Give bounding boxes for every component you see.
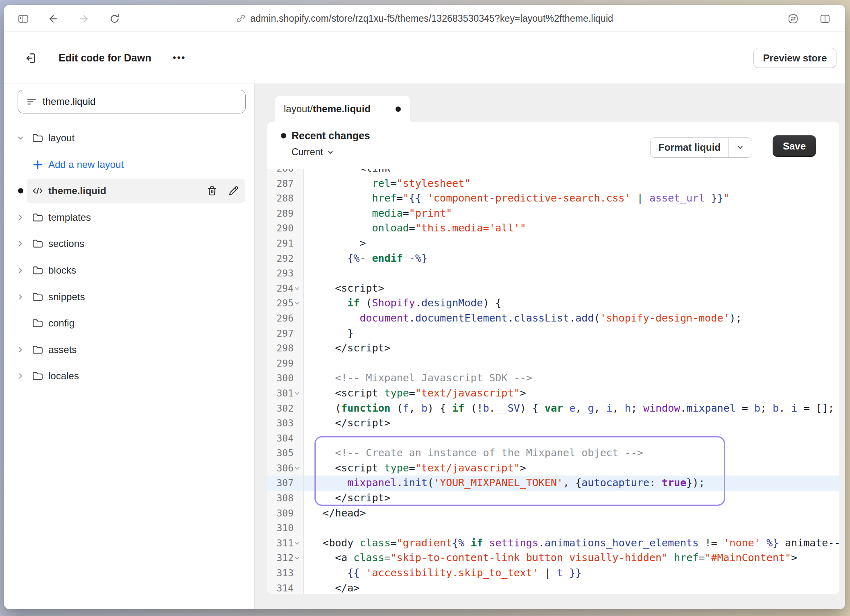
sidebar-toggle-icon[interactable] xyxy=(18,14,29,24)
code-text[interactable]: {%- endif -%} xyxy=(304,251,839,266)
sidebar-item-templates[interactable]: templates xyxy=(4,206,254,229)
code-text[interactable]: rel="stylesheet" xyxy=(304,176,839,191)
code-line-306[interactable]: 306 <script type="text/javascript"> xyxy=(267,461,839,476)
code-editor[interactable]: 286 <link287 rel="stylesheet"288 href="{… xyxy=(267,169,839,594)
code-line-307[interactable]: 307 mixpanel.init('YOUR_MIXPANEL_TOKEN',… xyxy=(267,476,839,491)
code-line-313[interactable]: 313 {{ 'accessibility.skip_to_text' | t … xyxy=(267,566,839,581)
code-text[interactable]: document.documentElement.classList.add('… xyxy=(304,311,839,326)
code-line-294[interactable]: 294 <script> xyxy=(267,281,839,296)
split-view-icon[interactable] xyxy=(820,14,830,24)
sidebar-item-sections[interactable]: sections xyxy=(4,232,254,256)
sidebar-item-config[interactable]: config xyxy=(4,311,254,335)
code-line-289[interactable]: 289 media="print" xyxy=(267,206,839,221)
code-text[interactable]: </script> xyxy=(304,416,839,431)
format-liquid-button[interactable]: Format liquid xyxy=(650,137,752,158)
code-text[interactable] xyxy=(304,521,839,536)
code-text[interactable]: } xyxy=(304,326,839,341)
code-line-295[interactable]: 295 if (Shopify.designMode) { xyxy=(267,296,839,311)
code-text[interactable]: </script> xyxy=(304,341,839,356)
code-line-303[interactable]: 303 </script> xyxy=(267,416,839,431)
code-line-297[interactable]: 297 } xyxy=(267,326,839,341)
code-text[interactable]: (function (f, b) { if (!b.__SV) { var e,… xyxy=(304,401,839,416)
code-text[interactable] xyxy=(304,431,839,446)
sidebar-item-layout[interactable]: layout xyxy=(4,126,254,150)
code-line-301[interactable]: 301 <script type="text/javascript"> xyxy=(267,386,839,401)
chevron-right-icon[interactable] xyxy=(17,240,24,247)
sidebar-item-snippets[interactable]: snippets xyxy=(4,285,254,309)
code-line-298[interactable]: 298 </script> xyxy=(267,341,839,356)
delete-file-icon[interactable] xyxy=(206,185,218,197)
fold-icon[interactable] xyxy=(294,541,301,546)
sidebar-item-add-a-new-layout[interactable]: Add a new layout xyxy=(4,153,254,177)
sidebar-item-locales[interactable]: locales xyxy=(4,364,254,388)
code-text[interactable]: if (Shopify.designMode) { xyxy=(304,296,839,311)
tab-theme-liquid[interactable]: layout/theme.liquid xyxy=(275,96,410,122)
code-text[interactable] xyxy=(304,266,839,281)
fold-icon[interactable] xyxy=(294,556,301,561)
code-line-293[interactable]: 293 xyxy=(267,266,839,281)
code-text[interactable]: mixpanel.init('YOUR_MIXPANEL_TOKEN', {au… xyxy=(304,476,839,491)
code-text[interactable]: <body class="gradient{% if settings.anim… xyxy=(304,536,839,551)
code-text[interactable]: </head> xyxy=(304,506,839,521)
code-text[interactable]: <script type="text/javascript"> xyxy=(304,461,839,476)
code-text[interactable]: </a> xyxy=(304,581,839,594)
sidebar-item-theme-liquid[interactable]: theme.liquid xyxy=(4,179,254,203)
chevron-right-icon[interactable] xyxy=(17,267,24,274)
chevron-right-icon[interactable] xyxy=(17,346,24,353)
code-line-308[interactable]: 308 </script> xyxy=(267,491,839,506)
code-line-290[interactable]: 290 onload="this.media='all'" xyxy=(267,221,839,236)
code-line-288[interactable]: 288 href="{{ 'component-predictive-searc… xyxy=(267,191,839,206)
sidebar-item-assets[interactable]: assets xyxy=(4,338,254,362)
code-line-304[interactable]: 304 xyxy=(267,431,839,446)
version-selector[interactable]: Current xyxy=(292,147,370,158)
code-text[interactable] xyxy=(304,356,839,371)
code-line-300[interactable]: 300 <!-- Mixpanel Javascript SDK --> xyxy=(267,371,839,386)
code-text[interactable]: <!-- Create an instance of the Mixpanel … xyxy=(304,446,839,461)
code-line-305[interactable]: 305 <!-- Create an instance of the Mixpa… xyxy=(267,446,839,461)
fold-icon[interactable] xyxy=(294,286,301,291)
code-line-291[interactable]: 291 > xyxy=(267,236,839,251)
code-text[interactable]: <link xyxy=(304,169,839,176)
sidebar-item-blocks[interactable]: blocks xyxy=(4,258,254,282)
code-text[interactable]: </script> xyxy=(304,491,839,506)
chevron-right-icon[interactable] xyxy=(17,373,24,379)
code-line-310[interactable]: 310 xyxy=(267,521,839,536)
chevron-right-icon[interactable] xyxy=(17,214,24,221)
format-liquid-label[interactable]: Format liquid xyxy=(651,138,729,157)
chevron-right-icon[interactable] xyxy=(17,294,24,300)
rename-file-icon[interactable] xyxy=(228,185,239,197)
code-text[interactable]: href="{{ 'component-predictive-search.cs… xyxy=(304,191,839,206)
format-options-button[interactable] xyxy=(729,138,752,157)
page-settings-icon[interactable] xyxy=(788,14,798,24)
code-line-292[interactable]: 292 {%- endif -%} xyxy=(267,251,839,266)
code-line-302[interactable]: 302 (function (f, b) { if (!b.__SV) { va… xyxy=(267,401,839,416)
code-text[interactable]: <!-- Mixpanel Javascript SDK --> xyxy=(304,371,839,386)
back-icon[interactable] xyxy=(47,14,58,24)
code-line-287[interactable]: 287 rel="stylesheet" xyxy=(267,176,839,191)
code-text[interactable]: <script> xyxy=(304,281,839,296)
code-text[interactable]: onload="this.media='all'" xyxy=(304,221,839,236)
code-line-309[interactable]: 309 </head> xyxy=(267,506,839,521)
code-text[interactable]: {{ 'accessibility.skip_to_text' | t }} xyxy=(304,566,839,581)
fold-icon[interactable] xyxy=(294,301,301,306)
fold-icon[interactable] xyxy=(294,391,301,396)
fold-icon[interactable] xyxy=(294,466,301,471)
code-text[interactable]: <script type="text/javascript"> xyxy=(304,386,839,401)
code-line-311[interactable]: 311 <body class="gradient{% if settings.… xyxy=(267,536,839,551)
file-search[interactable] xyxy=(18,90,246,113)
reload-icon[interactable] xyxy=(109,14,120,24)
address-bar[interactable]: admin.shopify.com/store/rzq1xu-f5/themes… xyxy=(236,5,613,32)
code-line-286[interactable]: 286 <link xyxy=(267,169,839,176)
code-line-296[interactable]: 296 document.documentElement.classList.a… xyxy=(267,311,839,326)
preview-store-button[interactable]: Preview store xyxy=(753,48,836,68)
more-actions-button[interactable]: ••• xyxy=(173,52,186,63)
chevron-down-icon[interactable] xyxy=(17,135,24,141)
exit-editor-icon[interactable] xyxy=(24,51,38,65)
code-text[interactable]: <a class="skip-to-content-link button vi… xyxy=(304,550,839,566)
code-line-314[interactable]: 314 </a> xyxy=(267,581,839,594)
code-text[interactable]: media="print" xyxy=(304,206,839,221)
save-button[interactable]: Save xyxy=(773,135,816,157)
code-line-312[interactable]: 312 <a class="skip-to-content-link butto… xyxy=(267,550,839,566)
code-line-299[interactable]: 299 xyxy=(267,356,839,371)
search-input[interactable] xyxy=(43,96,240,107)
